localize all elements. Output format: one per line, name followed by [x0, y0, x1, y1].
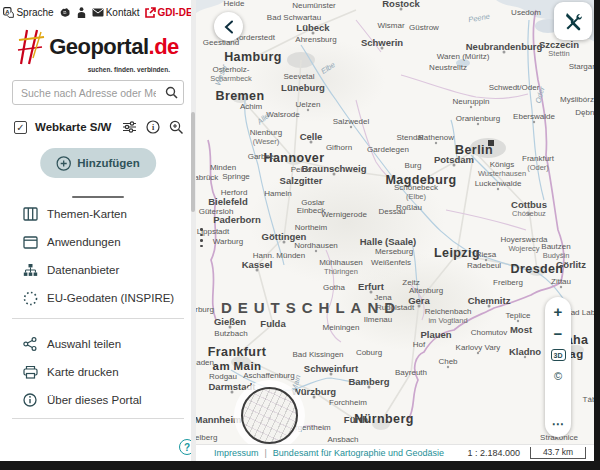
map-city-label: Waren (Müritz)	[437, 53, 490, 62]
eu-stars-icon	[23, 291, 38, 306]
menu-item-anwendungen[interactable]: Anwendungen	[0, 228, 196, 256]
map-city-label: Radebeul	[467, 262, 501, 271]
map-city-label: Bayreuth	[395, 369, 427, 378]
layer-settings-icon[interactable]	[122, 120, 137, 134]
logo[interactable]: Geoportal.de suchen. finden. verbinden.	[0, 28, 196, 73]
share-icon	[23, 337, 37, 351]
menu-label: EU-Geodaten (INSPIRE)	[47, 292, 174, 304]
map-city-label: Jena	[374, 294, 391, 303]
copyright-button[interactable]: ©	[547, 365, 569, 387]
scale-bar: 43.7 km	[530, 447, 586, 459]
search-input[interactable]	[13, 87, 160, 99]
map-river-label: Peene	[468, 12, 491, 25]
sign-language-link[interactable]	[59, 7, 71, 18]
map-city-label: Walsrode	[266, 111, 300, 120]
map-city-label: Schönebeck(Elbe)	[394, 184, 438, 201]
map-city-label: Ansbach	[327, 436, 358, 444]
map-city-label: Northeim	[295, 224, 327, 233]
map-city-label: Coburg	[356, 349, 382, 358]
map-city-label: Erfurt	[358, 282, 384, 292]
plus-circle-icon	[56, 156, 71, 171]
map-city-label: Ahrensburg	[295, 36, 336, 45]
map-city-label: Lüneburg	[281, 83, 325, 93]
map-river-label: Elbe	[319, 60, 336, 76]
contact-link[interactable]: Kontakt	[92, 7, 140, 18]
search-button[interactable]	[160, 86, 183, 99]
map-city-label: Garbsen	[248, 153, 279, 162]
map-city-label: Riesa	[476, 251, 496, 260]
sidebar-resize-handle[interactable]	[200, 228, 203, 247]
primary-menu: Themen-Karten Anwendungen Datenanbieter …	[0, 200, 196, 312]
menu-item-themen-karten[interactable]: Themen-Karten	[0, 200, 196, 228]
map-city-label: Springe	[222, 173, 250, 182]
menu-label: Datenanbieter	[47, 264, 119, 276]
map-city-label: Achim	[240, 103, 262, 112]
zoom-in-button[interactable]: +	[547, 300, 569, 322]
layer-checkbox[interactable]: ✓	[14, 121, 27, 134]
tools-button[interactable]	[554, 2, 592, 40]
layer-row: ✓ Webkarte S/W i	[14, 118, 184, 136]
map-city-label: Plauen	[420, 330, 451, 340]
gdi-de-link[interactable]: GDI-DE	[145, 7, 193, 18]
map-city-label: Gera	[408, 296, 430, 306]
svg-text:i: i	[152, 123, 155, 132]
map-city-label: Fulda	[260, 319, 285, 329]
mode-3d-button[interactable]: 3D	[551, 349, 566, 361]
map-city-label: Neumünster	[292, 2, 336, 11]
map-city-label: BautzenBudyšin	[541, 243, 570, 260]
map-city-label: Ilmenau	[364, 316, 392, 325]
menu-label: Anwendungen	[47, 236, 121, 248]
gdi-de-label: GDI-DE	[158, 7, 193, 18]
svg-text:A: A	[6, 9, 11, 15]
map-city-label: Cheb	[438, 358, 457, 367]
language-link[interactable]: A Sprache	[3, 7, 53, 18]
more-tools-button[interactable]: ⋯	[547, 413, 569, 435]
map-city-label: Freiberg	[493, 279, 523, 288]
map-city-label: MühlhausenThüringen	[319, 259, 363, 276]
map-city-label: Heide	[224, 0, 245, 8]
easy-language-link[interactable]	[76, 7, 87, 18]
menu-item-datenanbieter[interactable]: Datenanbieter	[0, 256, 196, 284]
map-city-label: Myślibórz	[560, 96, 594, 105]
map-city-label: Herford	[221, 189, 248, 198]
map-city-label: Güstrow	[409, 24, 439, 33]
scrollbar-thumb[interactable]	[191, 112, 195, 212]
map-city-label: Tábor	[583, 396, 594, 405]
map-city-label: Nienburg(Weser)	[250, 129, 282, 146]
language-label: Sprache	[16, 7, 53, 18]
menu-item-karte-drucken[interactable]: Karte drucken	[0, 358, 196, 386]
map-city-label: Würzburg	[292, 387, 336, 397]
map-city-label: Osnabrück	[196, 174, 218, 183]
map-city-label: Karlovy Vary	[456, 344, 501, 353]
map-city-label: Teplice	[506, 312, 531, 321]
impressum-link[interactable]: Impressum	[214, 448, 259, 458]
menu-item-ueber-portal[interactable]: Über dieses Portal	[0, 386, 196, 414]
sidebar-collapse-button[interactable]	[214, 12, 243, 41]
menu-item-auswahl-teilen[interactable]: Auswahl teilen	[0, 330, 196, 358]
add-layer-button[interactable]: Hinzufügen	[40, 148, 156, 178]
map-canvas[interactable]: HamburgHannoverBerlinBremenMagdeburgLeip…	[196, 0, 594, 444]
map-city-label: Salzwedel	[333, 118, 369, 127]
map-footer: Impressum | Bundesamt für Kartographie u…	[196, 444, 594, 461]
map-city-label: Zeitz	[402, 279, 419, 288]
zoom-out-button[interactable]: −	[547, 322, 569, 344]
sitemap-icon	[23, 263, 38, 277]
map-city-label: Bad Schwartau	[267, 14, 321, 23]
section-handle[interactable]	[72, 196, 124, 198]
map-city-label: Berlin	[455, 144, 493, 158]
attribution-link[interactable]: Bundesamt für Kartographie und Geodäsie	[273, 448, 444, 458]
info-circle-icon	[23, 393, 37, 407]
menu-item-eu-geodaten[interactable]: EU-Geodaten (INSPIRE)	[0, 284, 196, 312]
map-city-label: Meiningen	[323, 324, 360, 333]
map-city-label: Rathenow	[418, 134, 454, 143]
divider	[12, 318, 184, 319]
contact-label: Kontakt	[106, 7, 140, 18]
map-magnifier-overlay[interactable]	[241, 387, 298, 444]
map-city-label: Osterholz-Scharmbeck	[210, 66, 252, 83]
map-city-label: Kassel	[242, 260, 273, 270]
layer-info-icon[interactable]: i	[146, 120, 160, 134]
layer-zoom-icon[interactable]	[169, 120, 184, 135]
capital-marker	[488, 140, 494, 146]
menu-label: Karte drucken	[47, 366, 119, 378]
map-city-label: Minden	[210, 164, 236, 173]
